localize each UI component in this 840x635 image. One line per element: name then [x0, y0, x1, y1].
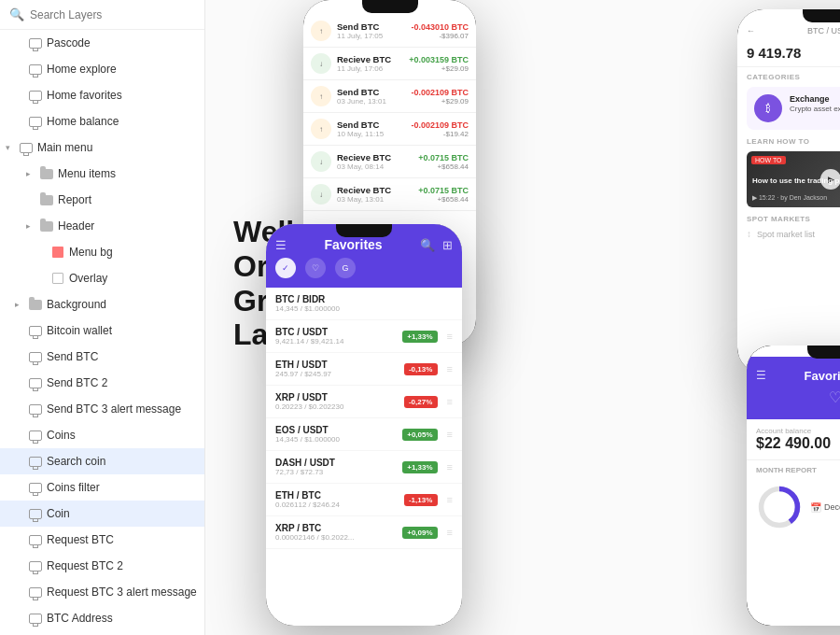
sidebar-item-menu-items[interactable]: Menu items [0, 161, 204, 187]
search-bar[interactable]: 🔍 [0, 0, 204, 30]
sidebar-item-home-explore[interactable]: Home explore [0, 56, 204, 82]
coin-item: BTC / BIDR14,345 / $1.000000 [266, 288, 462, 320]
coin-item: XRP / BTC0.00002146 / $0.2022...+0,09%≡ [266, 516, 462, 549]
tx-usd: +$29.09 [409, 64, 469, 73]
layer-label: Menu bg [69, 246, 197, 259]
layer-type-icon [28, 349, 43, 364]
receive-icon: ↓ [311, 184, 331, 205]
sidebar-item-coins[interactable]: Coins [0, 422, 204, 448]
sidebar-item-coins-filter[interactable]: Coins filter [0, 474, 204, 501]
coin-name: ETH / USDT [275, 360, 399, 370]
sidebar-item-menu-bg[interactable]: Menu bg [0, 239, 204, 265]
coin-name: XRP / BTC [275, 523, 397, 533]
tx-title: Send BTC [337, 87, 405, 97]
layer-label: Pascode [47, 36, 197, 49]
p3-exchange-icon: ₿ [754, 94, 782, 122]
coin-pair: XRP / BTC0.00002146 / $0.2022... [275, 523, 397, 542]
coin-price: 0.026112 / $246.24 [275, 501, 399, 509]
layer-label: Header [58, 219, 197, 233]
p3-video-card: HOW TO ▶ How to use the trading platfo..… [747, 151, 840, 207]
layer-label: Home balance [47, 115, 197, 128]
layer-type-icon [28, 428, 43, 443]
fav-tab-check[interactable]: ✓ [275, 258, 296, 278]
coin-change: -1,13% [404, 494, 438, 506]
tx-btc: +0.003159 BTC [409, 55, 469, 64]
coin-pair: BTC / USDT9,421.14 / $9,421.14 [275, 327, 397, 346]
sidebar-item-request-btc-2[interactable]: Request BTC 2 [0, 553, 204, 579]
layer-type-icon [39, 192, 54, 207]
p4-nav: ☰ Favorites ✓ [756, 366, 840, 385]
sidebar-item-bitcoin-wallet[interactable]: Bitcoin wallet [0, 318, 204, 344]
sidebar-item-request-btc[interactable]: Request BTC [0, 527, 204, 553]
coin-price: 245.97 / $245.97 [275, 370, 399, 378]
search-input[interactable] [30, 8, 195, 21]
layer-label: Bitcoin wallet [47, 324, 197, 337]
p3-spot-text: Spot market list [757, 230, 815, 239]
send-icon: ↑ [311, 86, 331, 106]
coin-price: 0.00002146 / $0.2022... [275, 533, 397, 542]
sidebar-item-coin[interactable]: Coin [0, 501, 204, 527]
tx-info: Recieve BTC03 May, 13:01 [337, 185, 413, 204]
sidebar-item-overlay[interactable]: Overlay [0, 265, 204, 291]
coin-item: DASH / USDT72,73 / $72.73+1,33%≡ [266, 451, 462, 484]
sidebar-item-send-btc[interactable]: Send BTC [0, 344, 204, 370]
p4-month-report: MONTH REPORT [747, 460, 840, 480]
layer-type-icon [28, 114, 43, 129]
tx-info: Send BTC11 July, 17:05 [337, 21, 405, 40]
layer-label: Home favorites [47, 89, 197, 102]
sidebar-item-search-coin[interactable]: Search coin [0, 448, 204, 474]
fav-tab-g[interactable]: G [335, 258, 356, 278]
layer-type-icon [28, 35, 43, 50]
layer-label: Request BTC 3 alert message [47, 586, 197, 599]
phone3-notch [803, 9, 840, 22]
chevron-icon [26, 169, 35, 178]
phone2-inner: ☰ Favorites 🔍 ⊞ ✓ ♡ G BTC / BIDR14,345 /… [266, 224, 462, 626]
coin-item: ETH / USDT245.97 / $245.97-0,13%≡ [266, 353, 462, 386]
sidebar-item-main-menu[interactable]: Main menu [0, 134, 204, 161]
transaction-item: ↑Send BTC10 May, 11:15-0.002109 BTC-$19.… [303, 113, 476, 146]
layer-type-icon [28, 506, 43, 521]
layer-type-icon [28, 88, 43, 103]
coin-list: BTC / BIDR14,345 / $1.000000BTC / USDT9,… [266, 288, 462, 549]
fav-tabs: ✓ ♡ G [275, 258, 453, 278]
sidebar-item-request-btc-3[interactable]: Request BTC 3 alert message [0, 579, 204, 605]
p3-back-icon: ← [747, 26, 755, 35]
layer-type-icon [28, 297, 43, 312]
phone2-title: Favorites [324, 237, 382, 252]
coin-name: XRP / USDT [275, 392, 399, 402]
sidebar-item-report[interactable]: Report [0, 187, 204, 213]
coin-name: EOS / USDT [275, 425, 397, 435]
sidebar-item-header[interactable]: Header [0, 213, 204, 239]
coin-bars-icon: ≡ [447, 527, 453, 538]
p3-btc-price: 9 419.78 [737, 39, 840, 67]
receive-icon: ↓ [311, 151, 331, 172]
transaction-item: ↓Recieve BTC11 July, 17:06+0.003159 BTC+… [303, 48, 476, 80]
sidebar-item-background[interactable]: Background [0, 291, 204, 318]
layer-type-icon [50, 245, 65, 260]
sidebar-item-send-btc-2[interactable]: Send BTC 2 [0, 370, 204, 396]
coin-price: 9,421.14 / $9,421.14 [275, 337, 397, 346]
tx-info: Recieve BTC11 July, 17:06 [337, 54, 403, 73]
sidebar-item-send-btc-3[interactable]: Send BTC 3 alert message [0, 396, 204, 422]
p3-value: 9 419.78 [747, 45, 840, 61]
layer-label: Home explore [47, 63, 197, 76]
p3-video-meta: ▶ 15:22 · by Den Jackson [752, 194, 827, 202]
layer-label: Coins filter [47, 481, 197, 494]
layer-label: Request BTC [47, 533, 197, 546]
sidebar-item-pascode[interactable]: Pascode [0, 30, 204, 56]
chevron-icon [15, 300, 24, 309]
layer-type-icon [28, 402, 43, 416]
tx-usd: +$658.44 [418, 162, 469, 171]
coin-price: 72,73 / $72.73 [275, 468, 397, 476]
layer-label: Send BTC 2 [47, 376, 197, 389]
fav-tab-heart[interactable]: ♡ [305, 258, 326, 278]
sidebar-item-home-favorites[interactable]: Home favorites [0, 82, 204, 108]
sidebar-item-btc-address[interactable]: BTC Address [0, 605, 204, 631]
sidebar-item-home-balance[interactable]: Home balance [0, 108, 204, 134]
tx-btc: +0.0715 BTC [418, 153, 469, 162]
layer-label: Request BTC 2 [47, 559, 197, 572]
chevron-icon [26, 221, 35, 231]
coin-change: +0,05% [402, 429, 437, 441]
send-icon: ↑ [311, 119, 331, 139]
coin-pair: XRP / USDT0.20223 / $0.202230 [275, 392, 399, 411]
